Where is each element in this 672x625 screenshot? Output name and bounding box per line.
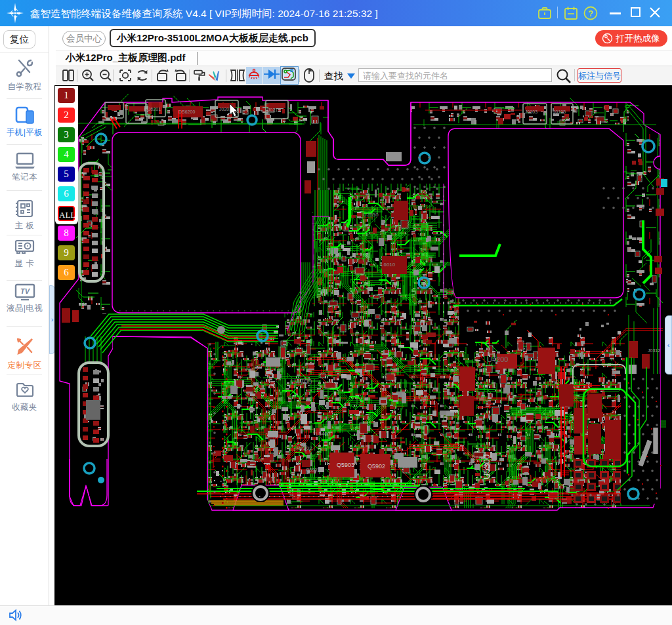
svg-text:Q5902: Q5902: [368, 463, 385, 470]
svg-text:J0103: J0103: [525, 110, 537, 114]
svg-text:R7202: R7202: [297, 445, 312, 451]
svg-text:U5300: U5300: [482, 454, 492, 479]
svg-text:J0219: J0219: [268, 108, 280, 112]
svg-text:U4700: U4700: [291, 378, 312, 386]
svg-text:TV: TV: [20, 287, 30, 295]
svg-text:J0312: J0312: [648, 348, 660, 353]
svg-text:L5400: L5400: [316, 431, 331, 437]
svg-text:J0201: J0201: [148, 107, 161, 111]
svg-text:U4200: U4200: [487, 355, 508, 363]
svg-text:J0105: J0105: [553, 110, 566, 114]
svg-text:Q5901: Q5901: [306, 468, 320, 473]
svg-text:DS6200: DS6200: [178, 110, 195, 114]
svg-text:?: ?: [588, 9, 593, 18]
svg-text:U2550: U2550: [363, 212, 379, 218]
svg-text:Q5903: Q5903: [337, 462, 354, 468]
svg-text:L6010: L6010: [381, 262, 396, 268]
